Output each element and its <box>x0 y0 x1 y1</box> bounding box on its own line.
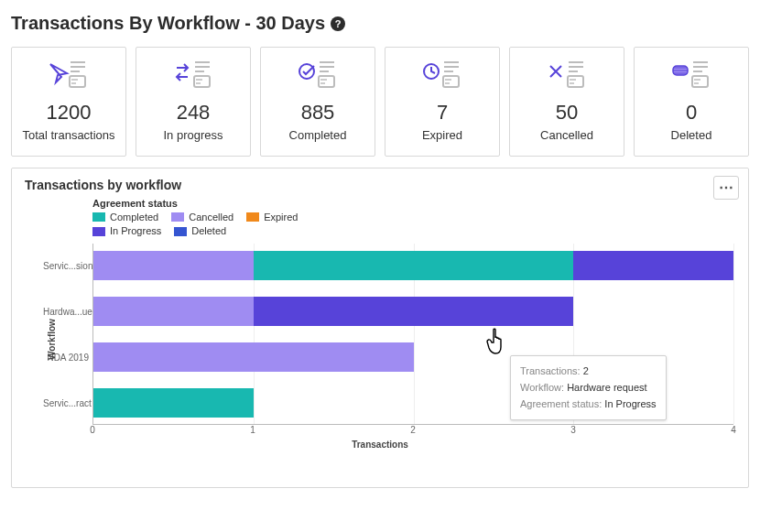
metrics-row: 1200 Total transactions 248 In progress … <box>11 47 749 157</box>
chart-panel: Transactions by workflow ⋯ Agreement sta… <box>11 168 749 488</box>
x-tick: 0 <box>90 425 95 435</box>
bar-segment[interactable] <box>93 251 254 280</box>
metric-expired[interactable]: 7 Expired <box>385 47 500 157</box>
shred-icon <box>671 59 711 92</box>
help-icon[interactable]: ? <box>331 16 345 31</box>
legend-completed[interactable]: Completed <box>92 211 158 224</box>
x-cancel-icon <box>547 59 587 92</box>
x-axis-ticks: 01234 <box>92 425 733 438</box>
metric-expired-value: 7 <box>391 101 494 125</box>
legend-inprogress[interactable]: In Progress <box>92 224 161 238</box>
bar-segment[interactable] <box>254 297 574 326</box>
legend-title: Agreement status <box>92 198 735 209</box>
bar-segment[interactable] <box>254 251 574 280</box>
panel-title: Transactions by workflow <box>25 178 735 192</box>
metric-cancelled-label: Cancelled <box>516 128 618 143</box>
bar-segment[interactable] <box>93 388 254 418</box>
metric-inprogress-value: 248 <box>142 101 244 125</box>
chart-tooltip: Transactions: 2 Workflow: Hardware reque… <box>510 355 667 420</box>
y-tick: Servic...sion <box>43 261 89 271</box>
x-tick: 4 <box>731 425 736 435</box>
svg-rect-4 <box>443 76 459 87</box>
y-tick: Hardwa...uest <box>43 307 89 317</box>
metric-cancelled-value: 50 <box>516 101 618 125</box>
page-title-text: Transactions By Workflow - 30 Days <box>11 13 325 34</box>
metric-deleted-value: 0 <box>640 101 743 125</box>
bar-segment[interactable] <box>93 342 414 372</box>
clock-icon <box>422 59 462 92</box>
y-tick: Servic...ract <box>43 398 89 408</box>
metric-total-value: 1200 <box>17 101 120 125</box>
x-tick: 1 <box>250 425 255 435</box>
metric-deleted[interactable]: 0 Deleted <box>634 47 749 157</box>
x-tick: 3 <box>570 425 576 435</box>
bar-row[interactable] <box>93 297 733 326</box>
legend: Completed Cancelled Expired In Progress … <box>92 211 735 239</box>
metric-expired-label: Expired <box>391 128 494 143</box>
cursor-pointer-icon <box>485 328 511 357</box>
y-axis-title: Workflow <box>47 319 57 360</box>
bar-segment[interactable] <box>573 251 733 280</box>
x-tick: 2 <box>410 425 416 435</box>
panel-menu-button[interactable]: ⋯ <box>713 176 739 200</box>
metric-inprogress-label: In progress <box>142 128 244 143</box>
svg-rect-2 <box>319 76 334 87</box>
svg-rect-1 <box>194 76 210 87</box>
metric-completed-value: 885 <box>266 101 369 125</box>
legend-cancelled[interactable]: Cancelled <box>171 211 233 224</box>
metric-total-label: Total transactions <box>17 128 120 143</box>
arrows-exchange-icon <box>173 59 213 92</box>
check-circle-icon <box>298 59 338 92</box>
metric-completed-label: Completed <box>266 128 369 143</box>
metric-inprogress[interactable]: 248 In progress <box>136 47 251 157</box>
bar-segment[interactable] <box>93 297 254 326</box>
send-plane-icon <box>49 59 89 92</box>
page-title: Transactions By Workflow - 30 Days ? <box>11 13 749 34</box>
metric-cancelled[interactable]: 50 Cancelled <box>509 47 624 157</box>
bar-row[interactable] <box>93 251 733 280</box>
svg-rect-6 <box>568 76 583 87</box>
svg-rect-0 <box>70 76 85 87</box>
metric-deleted-label: Deleted <box>640 128 743 143</box>
metric-completed[interactable]: 885 Completed <box>260 47 375 157</box>
x-axis-title: Transactions <box>25 440 735 450</box>
metric-total[interactable]: 1200 Total transactions <box>11 47 126 157</box>
svg-rect-7 <box>692 76 708 87</box>
legend-expired[interactable]: Expired <box>246 211 298 224</box>
legend-deleted[interactable]: Deleted <box>174 224 226 238</box>
svg-point-3 <box>299 64 314 79</box>
